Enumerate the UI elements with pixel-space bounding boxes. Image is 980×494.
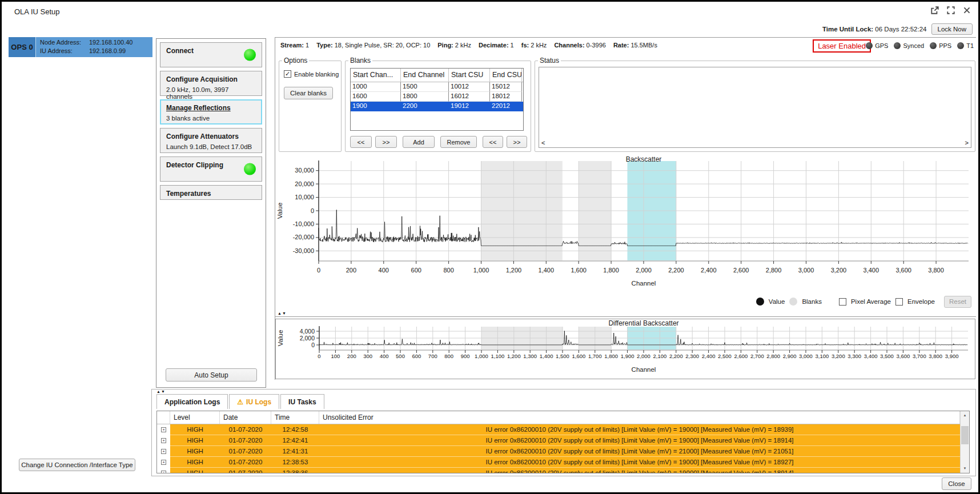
log-row-expand-cell: + [157, 424, 170, 435]
change-iu-connection-button[interactable]: Change IU Connection /Interface Type [19, 459, 135, 471]
pixel-average-checkbox[interactable] [839, 298, 846, 306]
popout-icon[interactable] [928, 5, 942, 16]
remove-button[interactable]: Remove [440, 136, 477, 148]
blanks-cell: 2200 [401, 102, 449, 111]
svg-text:3,000: 3,000 [799, 353, 813, 359]
blanks-series-dot-icon [789, 298, 797, 306]
blanks-column-header[interactable]: Start CSU [449, 69, 490, 82]
tab-application-logs[interactable]: Application Logs [156, 394, 228, 409]
blanks-column-header[interactable]: Start Chan... [351, 69, 401, 82]
log-row[interactable]: +HIGH01-07-202012:38:53IU error 0x862000… [157, 457, 960, 468]
expand-plus-icon[interactable]: + [161, 449, 166, 454]
tab-iu-logs[interactable]: ⚠IU Logs [229, 394, 279, 409]
log-cell: IU error 0x86200010 (20V supply out of l… [319, 435, 960, 446]
nav-item-manage-reflections[interactable]: Manage Reflections 3 blanks active [160, 99, 262, 124]
log-row[interactable]: +HIGH01-07-202012:42:41IU error 0x862000… [157, 435, 960, 446]
indicator-t1: T1 [957, 42, 974, 49]
window-controls [928, 5, 974, 16]
status-scroll-right-icon[interactable]: > [965, 139, 969, 146]
status-legend: Status [538, 57, 561, 65]
expand-plus-icon[interactable]: + [161, 427, 166, 432]
gps-led-icon [866, 42, 873, 49]
chart-svg: 30,00020,00010,0000-10,000-20,000-30,000… [275, 154, 975, 291]
log-column-header[interactable]: Time [271, 411, 319, 424]
log-row[interactable]: +HIGH01-07-202012:42:58IU error 0x862000… [157, 424, 960, 435]
blanks-table-row[interactable]: 160018001601218012 [351, 92, 523, 102]
nav-item-configure-acquisition[interactable]: Configure Acquisition 2.0 kHz, 10.0m, 39… [160, 71, 262, 96]
svg-text:2,200: 2,200 [669, 353, 683, 359]
status-scroll-left-icon[interactable]: < [541, 139, 545, 146]
enable-blanking-row[interactable]: ✓ Enable blanking [284, 70, 341, 78]
log-row[interactable]: +HIGH01-07-202012:41:31IU error 0x862000… [157, 446, 960, 457]
nav-item-configure-attenuators[interactable]: Configure Attenuators Launch 9.1dB, Dete… [160, 128, 262, 153]
svg-text:0: 0 [318, 353, 320, 359]
shift-left-button[interactable]: << [483, 136, 503, 148]
lock-now-button[interactable]: Lock Now [931, 23, 973, 35]
scroll-down-icon[interactable]: ▼ [961, 464, 969, 473]
blanks-column-header[interactable]: End Channel [401, 69, 449, 82]
expand-plus-icon[interactable]: + [161, 460, 166, 465]
svg-text:3,800: 3,800 [929, 353, 942, 359]
expand-plus-icon[interactable]: + [161, 471, 166, 473]
svg-text:2,200: 2,200 [668, 267, 684, 274]
move-right-button[interactable]: >> [375, 136, 397, 148]
blanks-table-row[interactable]: 100015001001215012 [351, 82, 523, 92]
log-scrollbar[interactable]: ▲ ▼ [960, 411, 969, 473]
svg-text:500: 500 [396, 353, 405, 359]
svg-text:1,600: 1,600 [571, 267, 587, 274]
log-row[interactable]: +HIGH01-07-202012:38:36IU error 0x862000… [157, 468, 960, 473]
status-textbox[interactable]: < > [539, 67, 971, 148]
enable-blanking-checkbox[interactable]: ✓ [284, 70, 291, 78]
envelope-label: Envelope [907, 298, 935, 305]
log-column-header[interactable]: Date [220, 411, 271, 424]
close-icon[interactable] [960, 5, 974, 16]
log-column-header[interactable]: Level [170, 411, 220, 424]
clear-blanks-button[interactable]: Clear blanks [284, 87, 333, 99]
expand-plus-icon[interactable]: + [161, 438, 166, 443]
reset-button[interactable]: Reset [944, 296, 971, 308]
value-series-label: Value [769, 298, 785, 305]
svg-text:800: 800 [444, 353, 453, 359]
stream-field-label: Channels: [554, 42, 584, 49]
stream-field: Ping: 2 kHz [437, 42, 471, 49]
log-cell: 01-07-2020 [220, 457, 271, 468]
log-row-expand-cell: + [157, 446, 170, 457]
blanks-table-header: Start Chan...End ChannelStart CSUEnd CSU [351, 69, 523, 82]
scrollbar-thumb[interactable] [961, 426, 969, 444]
nav-item-temperatures[interactable]: Temperatures [160, 185, 262, 200]
device-list-item-ops0[interactable]: OPS 0 Node Address:192.168.100.40 IU Add… [9, 37, 152, 57]
svg-text:-30,000: -30,000 [293, 247, 314, 254]
add-button[interactable]: Add [403, 136, 435, 148]
log-cell: 12:38:36 [271, 468, 319, 473]
scroll-up-icon[interactable]: ▲ [961, 411, 969, 420]
value-series-dot-icon [756, 298, 764, 306]
tab-iu-tasks[interactable]: IU Tasks [280, 394, 324, 409]
chart-splitter[interactable]: ▲▼ [275, 311, 976, 317]
svg-text:2,000: 2,000 [300, 335, 315, 342]
blanks-buttons: <<>>AddRemove<<>> [350, 136, 531, 148]
auto-setup-button[interactable]: Auto Setup [166, 368, 257, 381]
svg-text:4,000: 4,000 [300, 328, 315, 335]
log-cell: 01-07-2020 [220, 435, 271, 446]
blanks-table[interactable]: Start Chan...End ChannelStart CSUEnd CSU… [350, 68, 524, 131]
nav-item-connect[interactable]: Connect [160, 42, 262, 67]
splitter-collapse-icons[interactable]: ▲▼ [278, 311, 287, 315]
backscatter-chart[interactable]: 30,00020,00010,0000-10,000-20,000-30,000… [275, 154, 975, 291]
close-button[interactable]: Close [942, 477, 971, 490]
envelope-checkbox[interactable] [895, 298, 903, 306]
svg-text:3,200: 3,200 [831, 267, 847, 274]
logs-splitter-icons[interactable]: ▲▼ [156, 389, 166, 393]
blanks-column-header[interactable]: End CSU [490, 69, 522, 82]
move-left-button[interactable]: << [350, 136, 372, 148]
differential-backscatter-chart[interactable]: 4,0002,000001002003004005006007008009001… [275, 319, 975, 379]
blanks-cell: 1900 [351, 102, 401, 111]
svg-text:-10,000: -10,000 [293, 220, 314, 227]
shift-right-button[interactable]: >> [507, 136, 527, 148]
blanks-table-row[interactable]: 190022001901222012 [351, 102, 523, 111]
blanks-cell: 1000 [351, 82, 401, 92]
log-row-expand-cell: + [157, 468, 170, 473]
nav-item-detector-clipping[interactable]: Detector Clipping [160, 156, 262, 182]
blanks-series-label: Blanks [802, 298, 822, 305]
maximize-icon[interactable] [944, 5, 958, 16]
log-column-header[interactable]: Unsolicited Error [319, 411, 960, 424]
